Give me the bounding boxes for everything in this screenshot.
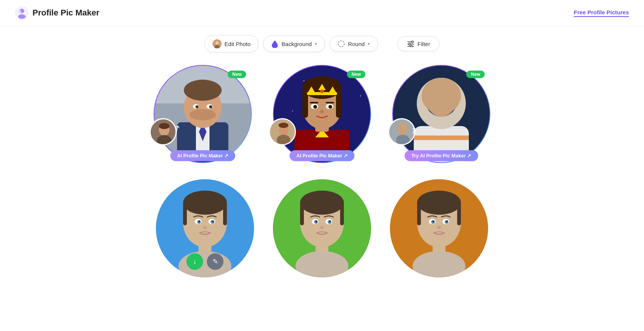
edit-photo-thumb-icon <box>213 39 222 48</box>
ring-wrapper-1: New ↗ AI Profile Pic Maker ↗ <box>153 64 253 164</box>
svg-point-2 <box>18 14 26 19</box>
new-badge-3: New <box>466 71 485 78</box>
round-label: Round <box>348 41 365 47</box>
svg-point-13 <box>411 46 413 48</box>
background-drop-icon <box>271 40 279 48</box>
new-badge-1: New <box>228 71 246 78</box>
svg-point-27 <box>196 105 199 108</box>
cta-label-1[interactable]: AI Profile Pic Maker ↗ <box>170 150 235 161</box>
background-button[interactable]: Background ▾ <box>263 35 325 52</box>
svg-rect-58 <box>310 102 318 103</box>
svg-point-125 <box>433 221 434 222</box>
filter-button[interactable]: Filter <box>397 36 439 51</box>
svg-point-41 <box>292 111 293 112</box>
edit-photo-label: Edit Photo <box>225 41 251 47</box>
svg-point-111 <box>316 221 317 222</box>
svg-point-112 <box>329 221 331 222</box>
svg-point-88 <box>183 191 227 215</box>
svg-point-5 <box>216 42 219 45</box>
filter-sliders-icon <box>407 40 414 47</box>
svg-point-113 <box>320 226 324 229</box>
svg-point-84 <box>396 135 410 145</box>
svg-point-40 <box>360 95 361 97</box>
svg-point-33 <box>159 123 169 129</box>
download-button[interactable]: ↓ <box>186 253 203 270</box>
background-label: Background <box>282 41 312 47</box>
small-thumb-2 <box>269 118 296 145</box>
svg-point-81 <box>422 78 461 114</box>
svg-rect-117 <box>417 203 421 225</box>
round-button[interactable]: Round ▾ <box>330 36 378 52</box>
round-chevron-icon: ▾ <box>368 42 370 46</box>
svg-point-99 <box>203 226 207 229</box>
svg-point-3 <box>18 11 22 14</box>
color-card-green[interactable] <box>273 179 371 277</box>
svg-point-116 <box>417 191 461 215</box>
svg-point-64 <box>279 123 288 128</box>
edit-photo-button[interactable]: Edit Photo <box>205 35 259 52</box>
color-card-orange[interactable] <box>390 179 488 277</box>
filter-label: Filter <box>418 41 430 47</box>
svg-rect-59 <box>326 102 334 103</box>
ai-card-3[interactable]: New ↗ Try AI Profile Pic Maker ↗ <box>391 64 491 164</box>
ai-cards-row: New ↗ AI Profile Pic Maker ↗ <box>153 64 491 164</box>
ring-wrapper-3: New ↗ Try AI Profile Pic Maker ↗ <box>391 64 491 164</box>
svg-point-38 <box>304 80 305 82</box>
ai-card-1[interactable]: New ↗ AI Profile Pic Maker ↗ <box>153 64 253 164</box>
new-badge-2: New <box>347 71 365 78</box>
main-content: New ↗ AI Profile Pic Maker ↗ <box>0 60 644 293</box>
svg-point-7 <box>338 41 344 47</box>
svg-rect-118 <box>457 203 461 225</box>
svg-point-97 <box>199 221 200 222</box>
svg-rect-103 <box>300 203 304 225</box>
svg-rect-72 <box>414 135 469 140</box>
ai-card-3-image <box>393 66 490 162</box>
action-buttons: ↓ ✎ <box>186 253 223 270</box>
svg-rect-47 <box>302 88 308 118</box>
svg-point-63 <box>277 135 290 145</box>
svg-point-56 <box>313 105 317 109</box>
svg-point-28 <box>209 105 212 108</box>
svg-point-23 <box>184 80 222 101</box>
round-dashed-icon <box>337 40 345 48</box>
toolbar: Edit Photo Background ▾ Round ▾ Filter <box>0 26 644 60</box>
svg-point-53 <box>320 89 324 93</box>
small-thumb-1 <box>149 118 177 145</box>
svg-point-98 <box>212 221 214 222</box>
svg-rect-48 <box>336 88 342 118</box>
logo-icon <box>15 6 29 20</box>
svg-rect-90 <box>223 203 227 225</box>
svg-rect-89 <box>183 203 187 225</box>
svg-point-127 <box>437 226 441 229</box>
cta-label-3[interactable]: Try AI Profile Pic Maker ↗ <box>405 150 478 161</box>
logo-area: Profile Pic Maker <box>15 6 99 20</box>
svg-point-9 <box>411 41 413 43</box>
svg-point-85 <box>398 123 408 128</box>
ai-card-2-image <box>274 66 370 162</box>
svg-rect-104 <box>340 203 344 225</box>
svg-point-57 <box>328 105 332 109</box>
svg-point-60 <box>320 110 324 113</box>
svg-point-11 <box>409 43 411 45</box>
color-cards-row: ↓ ✎ <box>156 179 488 277</box>
logo-text: Profile Pic Maker <box>32 8 99 18</box>
edit-button[interactable]: ✎ <box>207 253 223 270</box>
ai-card-1-image <box>154 66 251 162</box>
color-card-blue[interactable]: ↓ ✎ <box>156 179 254 277</box>
svg-point-126 <box>446 221 448 222</box>
background-chevron-icon: ▾ <box>315 42 317 46</box>
cta-label-2[interactable]: AI Profile Pic Maker ↗ <box>290 150 354 161</box>
free-pictures-link[interactable]: Free Profile Pictures <box>574 9 629 17</box>
header: Profile Pic Maker Free Profile Pictures <box>0 0 644 26</box>
svg-point-102 <box>300 191 344 215</box>
svg-point-29 <box>200 110 205 113</box>
ai-card-2[interactable]: New AI Profile Pic Maker ↗ <box>272 64 372 164</box>
ring-wrapper-2: New AI Profile Pic Maker ↗ <box>272 64 372 164</box>
